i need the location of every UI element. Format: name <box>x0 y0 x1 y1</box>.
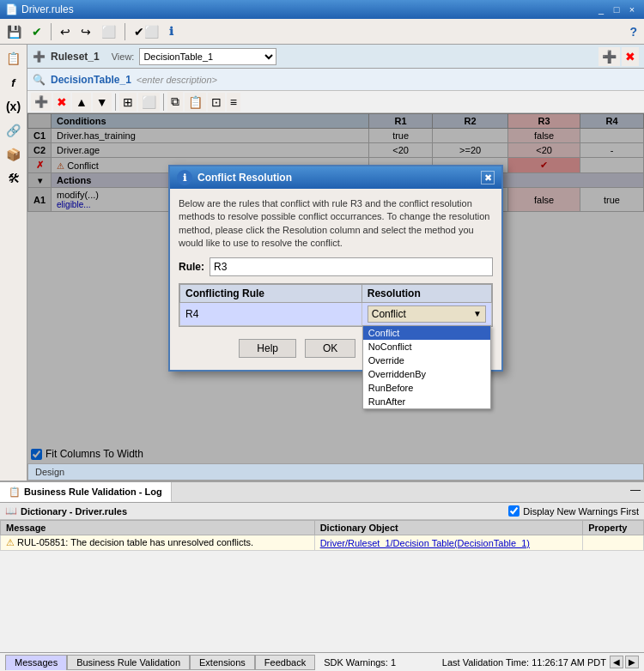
log-th-object: Dictionary Object <box>314 521 583 535</box>
resolution-dropdown-trigger[interactable]: Conflict ▼ <box>368 305 486 323</box>
add-rule-button[interactable]: ➕ <box>598 47 620 66</box>
dialog-title-text: Conflict Resolution <box>197 172 292 184</box>
resolution-dropdown-cell[interactable]: Conflict ▼ Conflict NoConflict <box>361 302 491 325</box>
delete-rule-button[interactable]: ✖ <box>622 47 639 66</box>
dropdown-option-override[interactable]: Override <box>363 354 490 367</box>
log-property-cell <box>583 535 644 551</box>
ok-button[interactable]: OK <box>305 339 355 358</box>
view-select[interactable]: DecisionTable_1 <box>139 48 276 65</box>
toolbar-separator-2 <box>125 23 125 40</box>
dropdown-option-overriddenby[interactable]: OverriddenBy <box>363 367 490 381</box>
dt-copy-button[interactable]: ⧉ <box>167 92 183 112</box>
title-bar-controls: _ □ × <box>594 3 639 15</box>
sidebar-icon-3[interactable]: (x) <box>3 96 24 117</box>
view-label: View: <box>112 51 135 62</box>
log-header-title: Dictionary - Driver.rules <box>21 506 127 517</box>
business-rule-validation-tab[interactable]: Business Rule Validation <box>67 655 190 670</box>
help-button[interactable]: ℹ <box>166 22 177 40</box>
conflict-table: Conflicting Rule Resolution R4 <box>179 284 492 326</box>
dt-delete-button[interactable]: ✖ <box>53 93 70 112</box>
title-bar-title: Driver.rules <box>21 3 74 15</box>
log-table-row: ⚠ RUL-05851: The decision table has unre… <box>1 535 644 551</box>
rule-bar: ➕ Ruleset_1 View: DecisionTable_1 ➕ ✖ <box>27 45 644 69</box>
dt-toolbar: ➕ ✖ ▲ ▼ ⊞ ⬜ ⧉ 📋 ⊡ ≡ <box>27 91 644 113</box>
minimize-button[interactable]: _ <box>594 3 608 15</box>
feedback-tab[interactable]: Feedback <box>255 655 315 670</box>
log-object-link[interactable]: Driver/Ruleset_1/Decision Table(Decision… <box>320 538 530 548</box>
main-toolbar: 💾 ✔ ↩ ↪ ⬜ ✔⬜ ℹ ? <box>0 19 644 45</box>
conflict-th-resolution: Resolution <box>361 284 491 302</box>
dt-paste-button[interactable]: 📋 <box>185 93 206 112</box>
dt-grid-button[interactable]: ⊞ <box>119 93 137 112</box>
title-bar: 📄 Driver.rules _ □ × <box>0 0 644 19</box>
log-object-cell: Driver/Ruleset_1/Decision Table(Decision… <box>314 535 583 551</box>
file-icon: 📄 <box>5 3 18 15</box>
dt-sep-2 <box>163 94 164 111</box>
scroll-left-button[interactable]: ◀ <box>610 656 623 668</box>
table-wrapper: Conditions R1 R2 R3 R4 C1 Driver.has_tra <box>27 113 644 463</box>
extensions-tab[interactable]: Extensions <box>190 655 255 670</box>
scroll-arrows: ◀ ▶ <box>610 656 639 668</box>
bottom-panel: 📋 Business Rule Validation - Log — 📖 Dic… <box>0 481 644 652</box>
dialog-description: Below are the rules that conflict with r… <box>179 197 493 251</box>
dropdown-arrow-icon: ▼ <box>473 309 482 318</box>
scroll-right-button[interactable]: ▶ <box>625 656 639 668</box>
dropdown-option-conflict[interactable]: Conflict <box>363 326 490 340</box>
resolution-dropdown-list: Conflict NoConflict Override OverriddenB… <box>362 325 491 409</box>
validation-log-tab[interactable]: 📋 Business Rule Validation - Log <box>0 482 172 502</box>
save-button[interactable]: 💾 <box>3 22 25 41</box>
dt-up-button[interactable]: ▲ <box>72 93 91 112</box>
undo-button[interactable]: ↩ <box>57 22 74 41</box>
redo-button[interactable]: ↪ <box>77 22 94 41</box>
rule-actions: ➕ ✖ <box>598 47 639 66</box>
dropdown-option-runbefore[interactable]: RunBefore <box>363 381 490 395</box>
dropdown-option-runafter[interactable]: RunAfter <box>363 395 490 408</box>
maximize-button[interactable]: □ <box>610 3 623 15</box>
conflict-rule-cell: R4 <box>180 302 362 325</box>
messages-tab[interactable]: Messages <box>5 655 67 670</box>
dropdown-option-noconflict[interactable]: NoConflict <box>363 340 490 354</box>
resolution-current-value: Conflict <box>372 308 406 320</box>
sidebar-icon-1[interactable]: 📋 <box>3 48 24 69</box>
dt-more-button[interactable]: ≡ <box>227 93 240 112</box>
status-tabs: Messages Business Rule Validation Extens… <box>5 655 315 670</box>
close-button[interactable]: × <box>625 3 639 15</box>
sidebar-icon-5[interactable]: 📦 <box>3 144 24 165</box>
dt-header: 🔍 DecisionTable_1 <enter description> <box>27 69 644 91</box>
log-table: Message Dictionary Object Property ⚠ RUL… <box>0 520 644 551</box>
dt-expand-button[interactable]: ⊡ <box>208 93 225 112</box>
dialog-close-button[interactable]: ✖ <box>481 171 495 184</box>
warning-icon: ⚠ <box>6 537 15 547</box>
conflict-table-row[interactable]: R4 Conflict ▼ <box>180 302 492 325</box>
validation-time: Last Validation Time: 11:26:17 AM PDT <box>442 657 606 668</box>
left-sidebar: 📋 f (x) 🔗 📦 🛠 <box>0 45 27 481</box>
dialog-rule-input[interactable] <box>210 257 493 276</box>
dialog-title-bar: ℹ Conflict Resolution ✖ <box>170 166 501 189</box>
log-th-property: Property <box>583 521 644 535</box>
dt-col-button[interactable]: ⬜ <box>138 93 160 112</box>
log-header: 📖 Dictionary - Driver.rules Display New … <box>0 503 644 520</box>
log-th-message: Message <box>1 521 315 535</box>
toolbar-separator-1 <box>51 23 52 40</box>
dialog-title-icon: ℹ <box>177 170 192 185</box>
dt-down-button[interactable]: ▼ <box>93 93 112 112</box>
validate-button[interactable]: ✔⬜ <box>131 22 162 41</box>
sidebar-icon-6[interactable]: 🛠 <box>3 168 24 189</box>
conflict-th-rule: Conflicting Rule <box>180 284 362 302</box>
global-help-button[interactable]: ? <box>626 22 641 41</box>
display-warnings-checkbox[interactable] <box>508 505 519 517</box>
dt-name: DecisionTable_1 <box>51 74 131 86</box>
verify-button[interactable]: ✔ <box>28 22 46 41</box>
sidebar-icon-4[interactable]: 🔗 <box>3 120 24 141</box>
minimize-panel-btn[interactable]: — <box>627 482 644 502</box>
help-button[interactable]: Help <box>239 339 296 358</box>
dialog-overlay: ℹ Conflict Resolution ✖ Below are the ru… <box>27 113 644 463</box>
sidebar-icon-2[interactable]: f <box>3 72 24 93</box>
sdk-warnings: SDK Warnings: 1 <box>324 657 396 668</box>
dt-sep-1 <box>115 94 116 111</box>
dialog-body: Below are the rules that conflict with r… <box>170 189 501 370</box>
display-warnings-label: Display New Warnings First <box>523 506 639 517</box>
dt-add-button[interactable]: ➕ <box>31 93 52 111</box>
title-bar-content: 📄 Driver.rules <box>5 3 74 15</box>
clear-button[interactable]: ⬜ <box>98 22 119 41</box>
